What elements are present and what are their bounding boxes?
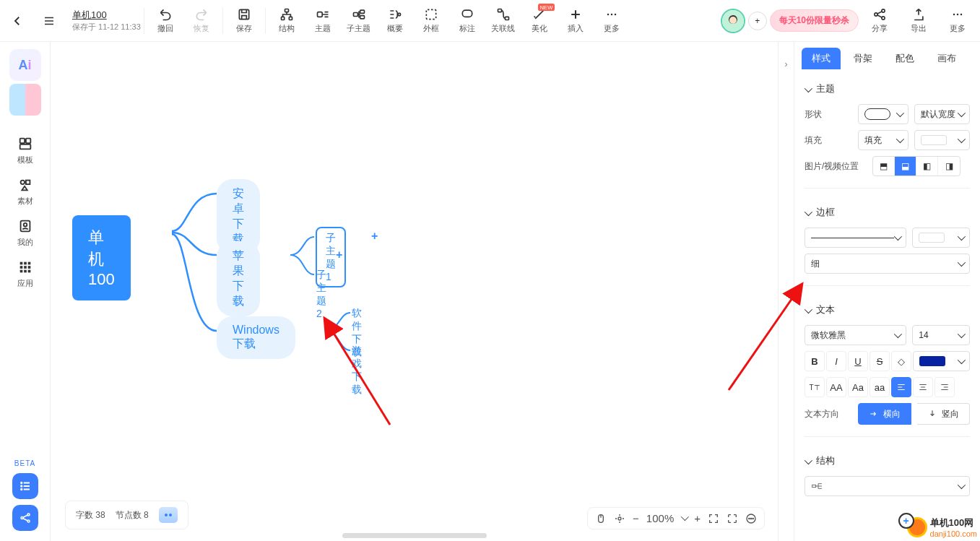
boundary-button[interactable]: 外框: [413, 3, 449, 39]
case-lower[interactable]: aa: [870, 377, 890, 397]
mouse-mode-icon[interactable]: [595, 513, 607, 524]
fit-center-icon[interactable]: [614, 513, 625, 524]
node-games[interactable]: 游戏下载: [352, 345, 362, 397]
svg-rect-38: [19, 270, 22, 273]
summary-button[interactable]: 概要: [377, 3, 413, 39]
border-style-select[interactable]: [805, 228, 906, 248]
horizontal-scrollbar[interactable]: [342, 533, 487, 538]
dir-horizontal[interactable]: 横向: [858, 403, 911, 425]
add-sibling-icon[interactable]: +: [371, 230, 378, 243]
svg-rect-4: [317, 12, 322, 17]
section-border[interactable]: 边框: [805, 197, 970, 225]
zoom-in-icon[interactable]: +: [694, 512, 701, 524]
pos-bottom[interactable]: ⬓: [895, 157, 916, 176]
ai-button[interactable]: Ai: [9, 49, 41, 81]
case-upper[interactable]: AA: [826, 377, 846, 397]
right-panel-toggle[interactable]: ›: [778, 42, 794, 541]
fullscreen-icon[interactable]: [727, 513, 738, 524]
outline-button[interactable]: [12, 473, 38, 499]
save-button[interactable]: 保存: [226, 3, 262, 39]
svg-rect-11: [498, 9, 501, 12]
zoom-out-icon[interactable]: −: [633, 512, 639, 524]
user-avatar[interactable]: [721, 9, 745, 33]
document-title[interactable]: 单机100: [72, 9, 141, 22]
material-button[interactable]: 素材: [9, 173, 42, 211]
root-node[interactable]: 单机100: [72, 215, 131, 300]
svg-rect-26: [25, 139, 30, 143]
relation-button[interactable]: 关联线: [485, 3, 521, 39]
svg-rect-32: [19, 262, 22, 265]
undo-button[interactable]: 撤回: [147, 3, 183, 39]
share-map-button[interactable]: [12, 505, 38, 531]
fit-screen-icon[interactable]: [708, 513, 719, 524]
bold-button[interactable]: B: [805, 351, 825, 371]
italic-button[interactable]: I: [826, 351, 846, 371]
width-select[interactable]: 默认宽度: [914, 104, 970, 124]
fill-color-select[interactable]: [914, 130, 970, 150]
fill-type-select[interactable]: 填充: [858, 130, 909, 150]
tab-style[interactable]: 样式: [802, 48, 841, 69]
topbar-more-button[interactable]: 更多: [594, 3, 630, 39]
section-topic[interactable]: 主题: [805, 74, 970, 101]
align-right[interactable]: [935, 377, 955, 397]
svg-rect-3: [289, 17, 292, 20]
svg-rect-29: [25, 181, 29, 185]
font-family-select[interactable]: 微软雅黑: [805, 325, 906, 345]
structure-button[interactable]: 结构: [269, 3, 305, 39]
beta-label: BETA: [14, 459, 35, 467]
dir-vertical[interactable]: 竖向: [917, 403, 970, 425]
svg-rect-12: [505, 17, 508, 20]
clear-format-button[interactable]: ◇: [891, 351, 911, 371]
underline-button[interactable]: U: [848, 351, 868, 371]
shape-select[interactable]: [858, 104, 909, 124]
section-text[interactable]: 文本: [805, 295, 970, 322]
menu-button[interactable]: [36, 8, 62, 34]
add-user-button[interactable]: +: [748, 12, 767, 30]
pos-left[interactable]: ◧: [916, 157, 938, 176]
svg-point-14: [611, 14, 613, 16]
tab-canvas[interactable]: 画布: [927, 48, 966, 69]
align-center[interactable]: [913, 377, 933, 397]
beautify-button[interactable]: NEW美化: [521, 3, 558, 39]
back-button[interactable]: [4, 8, 30, 34]
case-title[interactable]: Aa: [848, 377, 868, 397]
border-color-select[interactable]: [912, 228, 970, 248]
node-windows[interactable]: Windows下载: [217, 316, 295, 359]
insert-button[interactable]: 插入: [558, 3, 594, 39]
canvas[interactable]: 单机100 安卓下载 苹果下载 Windows下载 子主题 1 + + 子主题 …: [51, 42, 778, 541]
add-child-icon[interactable]: +: [336, 248, 342, 261]
theme-picker-button[interactable]: [9, 84, 41, 116]
theme-button[interactable]: 主题: [305, 3, 341, 39]
svg-rect-36: [24, 266, 27, 269]
section-structure[interactable]: 结构: [805, 446, 970, 473]
node-subtopic2[interactable]: 子主题 2: [316, 269, 326, 319]
promo-banner[interactable]: 每天10份限量秒杀: [770, 9, 859, 32]
svg-point-22: [953, 14, 955, 16]
zoom-value[interactable]: 100%: [646, 512, 674, 524]
structure-select[interactable]: [805, 476, 970, 496]
mine-button[interactable]: 我的: [9, 214, 42, 252]
bot-icon[interactable]: [159, 507, 178, 523]
tab-skeleton[interactable]: 骨架: [844, 48, 883, 69]
note-button[interactable]: 标注: [449, 3, 485, 39]
export-button[interactable]: 导出: [901, 3, 937, 39]
template-button[interactable]: 模板: [9, 131, 42, 170]
node-apple[interactable]: 苹果下载: [217, 241, 260, 316]
align-left[interactable]: [891, 377, 911, 397]
topbar-more2-button[interactable]: 更多: [940, 3, 976, 39]
strike-button[interactable]: S: [870, 351, 890, 371]
pos-top[interactable]: ⬒: [873, 157, 895, 176]
right-panel-tabs: 样式 骨架 配色 画布: [794, 42, 980, 69]
font-size-select[interactable]: 14: [912, 325, 970, 345]
border-thickness-select[interactable]: 细: [805, 254, 970, 274]
share-button[interactable]: 分享: [862, 3, 898, 39]
pos-right[interactable]: ◨: [938, 157, 960, 176]
zoom-more-icon[interactable]: [745, 513, 757, 524]
tab-color[interactable]: 配色: [885, 48, 924, 69]
redo-button: 恢复: [183, 3, 220, 39]
svg-rect-5: [353, 13, 357, 17]
text-color-select[interactable]: [913, 351, 970, 371]
apps-button[interactable]: 应用: [9, 255, 42, 293]
subtopic-button[interactable]: 子主题: [341, 3, 377, 39]
case-tt[interactable]: T⊤: [805, 377, 825, 397]
